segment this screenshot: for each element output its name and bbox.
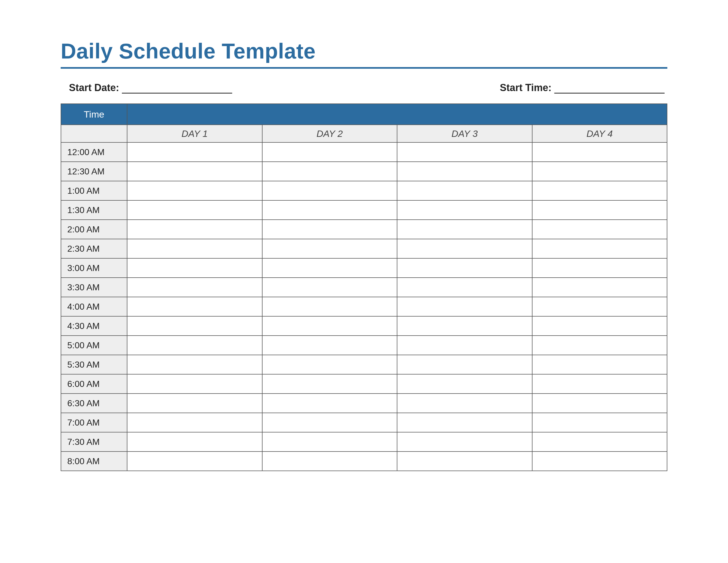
schedule-cell[interactable] [127, 258, 262, 277]
schedule-cell[interactable] [262, 413, 397, 432]
schedule-cell[interactable] [397, 220, 532, 239]
schedule-cell[interactable] [532, 277, 667, 297]
start-time-field: Start Time: [500, 82, 665, 94]
schedule-cell[interactable] [397, 181, 532, 200]
day-header: DAY 3 [397, 125, 532, 142]
start-date-field: Start Date: [69, 82, 232, 94]
schedule-cell[interactable] [127, 142, 262, 162]
start-time-input[interactable] [554, 84, 665, 94]
schedule-cell[interactable] [262, 355, 397, 374]
schedule-cell[interactable] [397, 452, 532, 471]
schedule-cell[interactable] [127, 336, 262, 355]
schedule-cell[interactable] [397, 413, 532, 432]
schedule-cell[interactable] [127, 394, 262, 413]
schedule-cell[interactable] [262, 394, 397, 413]
schedule-cell[interactable] [397, 355, 532, 374]
time-cell: 6:30 AM [61, 394, 127, 413]
schedule-cell[interactable] [397, 142, 532, 162]
schedule-cell[interactable] [262, 162, 397, 181]
schedule-cell[interactable] [532, 297, 667, 316]
schedule-cell[interactable] [262, 181, 397, 200]
schedule-cell[interactable] [532, 142, 667, 162]
schedule-cell[interactable] [127, 277, 262, 297]
schedule-cell[interactable] [262, 336, 397, 355]
schedule-cell[interactable] [397, 297, 532, 316]
schedule-cell[interactable] [262, 277, 397, 297]
table-row: 1:30 AM [61, 200, 667, 220]
schedule-cell[interactable] [262, 316, 397, 336]
schedule-cell[interactable] [532, 258, 667, 277]
schedule-cell[interactable] [532, 181, 667, 200]
schedule-cell[interactable] [127, 162, 262, 181]
page: Daily Schedule Template Start Date: Star… [0, 0, 728, 563]
schedule-cell[interactable] [532, 374, 667, 394]
schedule-cell[interactable] [397, 239, 532, 258]
schedule-cell[interactable] [397, 162, 532, 181]
schedule-cell[interactable] [127, 316, 262, 336]
schedule-cell[interactable] [127, 239, 262, 258]
schedule-table: Time DAY 1 DAY 2 DAY 3 DAY 4 12:00 AM12:… [61, 103, 667, 471]
schedule-cell[interactable] [127, 200, 262, 220]
time-cell: 1:00 AM [61, 181, 127, 200]
time-cell: 8:00 AM [61, 452, 127, 471]
day-header-empty [61, 125, 127, 142]
time-cell: 1:30 AM [61, 200, 127, 220]
table-row: 7:00 AM [61, 413, 667, 432]
table-row: 4:30 AM [61, 316, 667, 336]
schedule-cell[interactable] [262, 200, 397, 220]
schedule-cell[interactable] [532, 162, 667, 181]
time-cell: 2:30 AM [61, 239, 127, 258]
schedule-cell[interactable] [532, 316, 667, 336]
schedule-cell[interactable] [127, 181, 262, 200]
time-cell: 12:00 AM [61, 142, 127, 162]
schedule-cell[interactable] [532, 394, 667, 413]
schedule-cell[interactable] [532, 336, 667, 355]
schedule-cell[interactable] [397, 432, 532, 452]
table-row: 3:00 AM [61, 258, 667, 277]
schedule-cell[interactable] [127, 374, 262, 394]
schedule-cell[interactable] [532, 432, 667, 452]
table-banner-row: Time [61, 104, 667, 125]
schedule-cell[interactable] [397, 277, 532, 297]
schedule-cell[interactable] [532, 452, 667, 471]
table-row: 3:30 AM [61, 277, 667, 297]
time-cell: 2:00 AM [61, 220, 127, 239]
table-row: 5:30 AM [61, 355, 667, 374]
schedule-cell[interactable] [262, 220, 397, 239]
schedule-cell[interactable] [397, 200, 532, 220]
schedule-cell[interactable] [397, 374, 532, 394]
schedule-cell[interactable] [262, 452, 397, 471]
schedule-cell[interactable] [262, 374, 397, 394]
table-row: 6:00 AM [61, 374, 667, 394]
schedule-cell[interactable] [127, 220, 262, 239]
meta-row: Start Date: Start Time: [61, 82, 667, 103]
time-cell: 7:00 AM [61, 413, 127, 432]
schedule-cell[interactable] [127, 413, 262, 432]
schedule-cell[interactable] [262, 297, 397, 316]
table-row: 7:30 AM [61, 432, 667, 452]
schedule-cell[interactable] [397, 258, 532, 277]
table-row: 6:30 AM [61, 394, 667, 413]
schedule-cell[interactable] [532, 355, 667, 374]
start-date-input[interactable] [122, 84, 232, 94]
schedule-cell[interactable] [397, 336, 532, 355]
schedule-cell[interactable] [532, 413, 667, 432]
time-cell: 3:00 AM [61, 258, 127, 277]
schedule-cell[interactable] [127, 452, 262, 471]
schedule-cell[interactable] [397, 316, 532, 336]
schedule-cell[interactable] [262, 239, 397, 258]
schedule-cell[interactable] [532, 239, 667, 258]
schedule-cell[interactable] [262, 142, 397, 162]
day-header-row: DAY 1 DAY 2 DAY 3 DAY 4 [61, 125, 667, 142]
table-row: 1:00 AM [61, 181, 667, 200]
time-cell: 3:30 AM [61, 277, 127, 297]
schedule-cell[interactable] [262, 258, 397, 277]
schedule-cell[interactable] [397, 394, 532, 413]
schedule-cell[interactable] [532, 220, 667, 239]
schedule-cell[interactable] [127, 432, 262, 452]
schedule-cell[interactable] [532, 200, 667, 220]
schedule-cell[interactable] [127, 297, 262, 316]
schedule-cell[interactable] [127, 355, 262, 374]
schedule-cell[interactable] [262, 432, 397, 452]
time-cell: 5:30 AM [61, 355, 127, 374]
